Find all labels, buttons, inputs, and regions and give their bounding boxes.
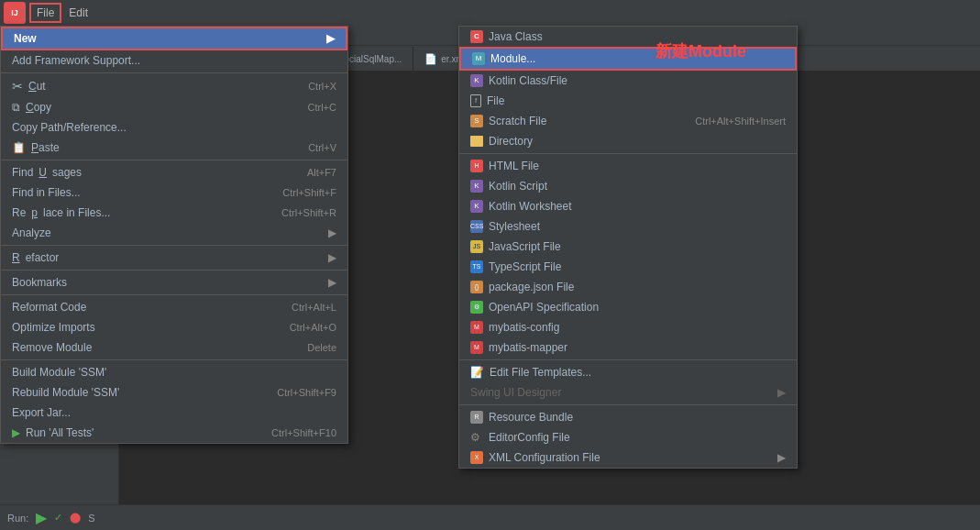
- run-check-button[interactable]: ✓: [54, 512, 62, 524]
- run-icon: ▶: [12, 426, 20, 439]
- run-label: Run:: [7, 513, 28, 524]
- paste-icon: 📋: [12, 141, 26, 154]
- ctx-optimize-imports[interactable]: Optimize Imports Ctrl+Alt+O: [1, 317, 347, 337]
- mybatis-mapper-icon: M: [470, 341, 483, 354]
- xml-icon: X: [470, 451, 483, 464]
- ts-icon: TS: [470, 260, 483, 273]
- submenu-edit-templates[interactable]: 📝 Edit File Templates...: [459, 362, 797, 382]
- ctx-run-tests[interactable]: ▶ Run 'All Tests' Ctrl+Shift+F10: [1, 423, 347, 443]
- ctx-paste[interactable]: 📋 Paste Ctrl+V: [1, 138, 347, 158]
- submenu-file[interactable]: f File: [459, 91, 797, 111]
- ctx-copy-path[interactable]: Copy Path/Reference...: [1, 117, 347, 138]
- ctx-sep-2: [1, 160, 347, 160]
- ctx-add-framework[interactable]: Add Framework Support...: [1, 50, 347, 71]
- submenu-kotlin-script[interactable]: K Kotlin Script: [459, 176, 797, 196]
- ctx-sep-1: [1, 72, 347, 73]
- menu-bar: IJ File Edit: [0, 0, 980, 26]
- edit-templates-icon: 📝: [470, 366, 484, 379]
- kotlin-worksheet-icon: K: [470, 200, 483, 213]
- ctx-refactor[interactable]: Refactor ▶: [1, 248, 347, 268]
- ctx-rebuild-module[interactable]: Rebuild Module 'SSM' Ctrl+Shift+F9: [1, 382, 347, 403]
- ctx-reformat[interactable]: Reformat Code Ctrl+Alt+L: [1, 297, 347, 317]
- submenu-js[interactable]: JS JavaScript File: [459, 237, 797, 257]
- submenu-kotlin-class[interactable]: K Kotlin Class/File: [459, 71, 797, 91]
- file-icon: f: [470, 94, 481, 107]
- submenu-stylesheet[interactable]: CSS Stylesheet: [459, 216, 797, 237]
- kotlin-class-icon: K: [470, 74, 483, 87]
- html-icon: H: [470, 160, 483, 172]
- css-icon: CSS: [470, 220, 483, 233]
- ctx-sep-4: [1, 270, 347, 271]
- run-play-button[interactable]: ▶: [36, 509, 47, 526]
- scratch-icon: S: [470, 115, 483, 127]
- submenu-resource-bundle[interactable]: R Resource Bundle: [459, 407, 797, 427]
- submenu-html[interactable]: H HTML File: [459, 156, 797, 176]
- ctx-export-jar[interactable]: Export Jar...: [1, 403, 347, 423]
- submenu-new: C Java Class M Module... K Kotlin Class/…: [458, 26, 798, 469]
- submenu-sep-3: [459, 404, 797, 405]
- editorconfig-icon: ⚙: [470, 431, 483, 444]
- context-menu-new: New ▶ Add Framework Support... ✂ Cut Ctr…: [0, 26, 348, 444]
- submenu-pkg-json[interactable]: {} package.json File: [459, 277, 797, 297]
- menu-edit[interactable]: Edit: [61, 3, 95, 23]
- run-name: S: [88, 513, 94, 524]
- js-icon: JS: [470, 240, 483, 253]
- ctx-replace-in-files[interactable]: Replace in Files... Ctrl+Shift+R: [1, 203, 347, 223]
- submenu-sep-1: [459, 153, 797, 154]
- ctx-new-header[interactable]: New ▶: [1, 27, 347, 50]
- submenu-ts[interactable]: TS TypeScript File: [459, 257, 797, 277]
- run-stop-button[interactable]: ⬤: [70, 512, 81, 524]
- ctx-remove-module[interactable]: Remove Module Delete: [1, 337, 347, 358]
- submenu-scratch-file[interactable]: S Scratch File Ctrl+Alt+Shift+Insert: [459, 111, 797, 131]
- run-bar: Run: ▶ ✓ ⬤ S: [0, 504, 980, 530]
- ctx-build-module[interactable]: Build Module 'SSM': [1, 362, 347, 382]
- submenu-openapi[interactable]: ⚙ OpenAPI Specification: [459, 297, 797, 317]
- resource-icon: R: [470, 411, 483, 424]
- ctx-find-usages[interactable]: Find Usages Alt+F7: [1, 162, 347, 182]
- ctx-sep-5: [1, 294, 347, 295]
- folder-icon: [470, 136, 483, 147]
- copy-icon: ⧉: [12, 101, 20, 114]
- menu-file[interactable]: File: [29, 3, 61, 23]
- submenu-sep-2: [459, 359, 797, 360]
- kotlin-script-icon: K: [470, 180, 483, 193]
- mybatis-config-icon: M: [470, 321, 483, 334]
- submenu-kotlin-worksheet[interactable]: K Kotlin Worksheet: [459, 196, 797, 216]
- pkg-icon: {}: [470, 281, 483, 293]
- submenu-xml-config[interactable]: X XML Configuration File ▶: [459, 447, 797, 468]
- ctx-bookmarks[interactable]: Bookmarks ▶: [1, 272, 347, 293]
- scissors-icon: ✂: [12, 79, 23, 94]
- submenu-directory[interactable]: Directory: [459, 131, 797, 151]
- module-icon: M: [472, 52, 485, 65]
- openapi-icon: ⚙: [470, 301, 483, 314]
- ctx-cut[interactable]: ✂ Cut Ctrl+X: [1, 75, 347, 97]
- ctx-find-in-files[interactable]: Find in Files... Ctrl+Shift+F: [1, 182, 347, 203]
- submenu-mybatis-mapper[interactable]: M mybatis-mapper: [459, 337, 797, 358]
- ide-icon: IJ: [4, 2, 26, 24]
- ctx-analyze[interactable]: Analyze ▶: [1, 223, 347, 243]
- new-module-annotation: 新建Module: [655, 40, 746, 62]
- submenu-mybatis-config[interactable]: M mybatis-config: [459, 317, 797, 337]
- ctx-copy[interactable]: ⧉ Copy Ctrl+C: [1, 97, 347, 117]
- submenu-editorconfig[interactable]: ⚙ EditorConfig File: [459, 427, 797, 447]
- java-class-icon: C: [470, 30, 483, 43]
- ctx-sep-6: [1, 359, 347, 360]
- ctx-sep-3: [1, 245, 347, 246]
- submenu-swing: Swing UI Designer ▶: [459, 382, 797, 403]
